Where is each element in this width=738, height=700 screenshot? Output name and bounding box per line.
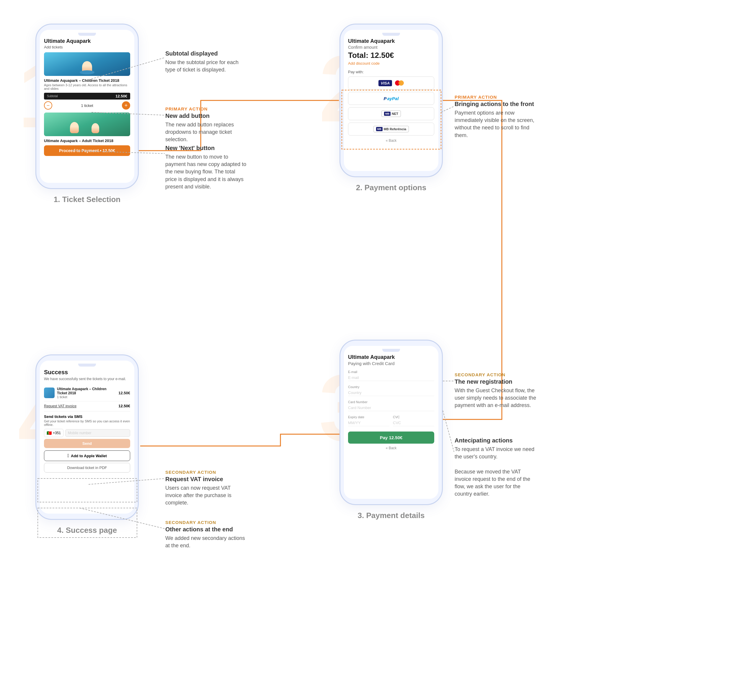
annotation-add-button: PRIMARY ACTION New add button The new ad… — [165, 106, 248, 144]
annotation-next-title: New 'Next' button — [165, 145, 248, 151]
ticket1-name: Ultimate Aquapark – Children Ticket 2018 — [44, 78, 130, 83]
phone-ticket-selection: Ultimate Aquapark Add tickets Ultimate A… — [35, 24, 139, 189]
annotation-anticipating-text: To request a VAT invoice we need the use… — [455, 446, 537, 498]
section-label-4: 4. Success page — [35, 526, 139, 535]
cvc-input[interactable]: CVC — [393, 420, 434, 426]
annotation-other: SECONDARY ACTION Other actions at the en… — [165, 520, 248, 549]
vat-invoice-link[interactable]: Request VAT invoice — [44, 404, 76, 408]
annotation-vat: SECONDARY ACTION Request VAT invoice Use… — [165, 470, 248, 507]
send-sms-btn[interactable]: Send — [44, 439, 130, 448]
qty-text: 1 ticket — [81, 103, 93, 108]
annotation-add-title: New add button — [165, 113, 248, 119]
country-code-text: +351 — [53, 431, 61, 435]
phone2-title: Ultimate Aquapark — [348, 38, 434, 44]
annotation-subtotal-title: Subtotal displayed — [165, 50, 248, 57]
card-label: Card Number — [348, 400, 434, 404]
annotation-anticipating-title: Antecipating actions — [455, 437, 537, 444]
phone-payment-details: Ultimate Aquapark Paying with Credit Car… — [339, 340, 443, 505]
country-code: 🇵🇹 +351 — [44, 429, 63, 437]
mc-logo — [395, 80, 404, 86]
visa-logo: VISA — [379, 80, 392, 86]
annotation-other-text: We added new secondary actions at the en… — [165, 535, 248, 549]
annotation-vat-title: Request VAT invoice — [165, 476, 248, 482]
payment-option-paypal[interactable]: P ayPal — [348, 92, 434, 105]
annotation-other-category: SECONDARY ACTION — [165, 520, 248, 525]
expiry-input[interactable]: MM/YY — [348, 420, 389, 426]
phone2-confirm: Confirm amount — [348, 45, 434, 50]
apple-wallet-btn[interactable]:  Add to Apple Wallet — [44, 450, 130, 461]
expiry-col: Expiry date MM/YY — [348, 415, 389, 430]
ticket-summary-thumb — [44, 388, 54, 398]
increase-qty-btn[interactable]: + — [122, 101, 130, 110]
annotation-registration-title: The new registration — [455, 378, 537, 385]
subtotal-label: Subtotal — [47, 94, 58, 98]
expiry-cvc-row: Expiry date MM/YY CVC CVC — [348, 415, 434, 430]
annotation-anticipating: Antecipating actions To request a VAT in… — [455, 437, 537, 498]
phone-input-row: 🇵🇹 +351 Mobile number — [44, 429, 130, 437]
vat-row: Request VAT invoice 12.50€ — [44, 404, 130, 408]
cvc-col: CVC CVC — [393, 415, 434, 430]
annotation-add-text: The new add button replaces dropdowns to… — [165, 121, 248, 144]
ticket-summary-info: Ultimate Aquapark – Children Ticket 2018… — [57, 387, 116, 399]
ticket2-name: Ultimate Aquapark – Adult Ticket 2018 — [44, 138, 130, 143]
phone-success: Success We have successfully sent the ti… — [35, 354, 139, 520]
vat-price: 12.50€ — [118, 404, 130, 408]
section-label-1: 1. Ticket Selection — [35, 195, 139, 204]
ticket1-desc: Ages between 3-12 years old. Access to a… — [44, 83, 130, 90]
apple-wallet-label: Add to Apple Wallet — [71, 454, 107, 458]
quantity-row: − 1 ticket + — [44, 101, 130, 110]
mb-referencia-text: MB Referência — [384, 127, 406, 131]
svg-line-4 — [441, 106, 454, 112]
sms-desc: Get your ticket reference by SMS so you … — [44, 419, 130, 426]
subtotal-value: 12.50€ — [116, 94, 127, 99]
annotation-registration-category: SECONDARY ACTION — [455, 372, 537, 377]
email-label: E-mail — [348, 370, 434, 374]
payment-option-mbnet[interactable]: MB NET — [348, 107, 434, 120]
ticket-summary-price: 12.50€ — [118, 391, 130, 395]
section-label-2: 2. Payment options — [339, 183, 443, 192]
subtotal-bar: Subtotal 12.50€ — [44, 93, 130, 100]
annotation-bringing: PRIMARY ACTION Bringing actions to the f… — [455, 94, 537, 139]
annotation-bringing-text: Payment options are now immediately visi… — [455, 109, 537, 139]
annotation-next-button: New 'Next' button The new button to move… — [165, 145, 248, 191]
decrease-qty-btn[interactable]: − — [44, 101, 52, 110]
section-label-3: 3. Payment details — [339, 511, 443, 520]
country-label: Country — [348, 385, 434, 389]
ticket-summary-name: Ultimate Aquapark – Children Ticket 2018 — [57, 387, 116, 395]
phone2-total: Total: 12.50€ — [348, 51, 434, 60]
mb-referencia-logo: MB MB Referência — [373, 126, 409, 132]
card-input[interactable]: Card Number — [348, 404, 434, 411]
mb-net-logo: MB NET — [381, 110, 401, 117]
phone3-title: Ultimate Aquapark — [348, 354, 434, 360]
payment-option-card[interactable]: VISA — [348, 76, 434, 90]
country-input[interactable]: Country — [348, 390, 434, 396]
cvc-label: CVC — [393, 415, 434, 419]
annotation-other-title: Other actions at the end — [165, 526, 248, 533]
annotation-vat-text: Users can now request VAT invoice after … — [165, 484, 248, 507]
phone-number-input[interactable]: Mobile number — [65, 429, 130, 437]
annotation-vat-category: SECONDARY ACTION — [165, 470, 248, 475]
annotation-registration-text: With the Guest Checkout flow, the user s… — [455, 387, 537, 409]
apple-icon:  — [67, 453, 69, 459]
annotation-bringing-title: Bringing actions to the front — [455, 101, 537, 107]
annotation-next-text: The new button to move to payment has ne… — [165, 153, 248, 191]
payment-option-mbreferencia[interactable]: MB MB Referência — [348, 122, 434, 135]
phone-payment-options: Ultimate Aquapark Confirm amount Total: … — [339, 24, 443, 177]
pay-btn[interactable]: Pay 12.50€ — [348, 431, 434, 444]
sms-title: Send tickets via SMS — [44, 415, 130, 419]
proceed-btn[interactable]: Proceed to Payment • 12.50€ — [44, 145, 130, 156]
annotation-bringing-category: PRIMARY ACTION — [455, 94, 537, 100]
annotation-subtotal-text: Now the subtotal price for each type of … — [165, 59, 248, 74]
email-input[interactable]: E-mail — [348, 375, 434, 381]
phone1-title: Ultimate Aquapark — [44, 38, 130, 44]
phone3-paying: Paying with Credit Card — [348, 361, 434, 366]
pdf-btn[interactable]: Download ticket in PDF — [44, 463, 130, 472]
ticket2-image — [44, 113, 130, 136]
phone2-discount[interactable]: Add discount code — [348, 61, 434, 66]
phone2-pay-with: Pay with: — [348, 70, 434, 74]
expiry-label: Expiry date — [348, 415, 389, 419]
phone3-back[interactable]: « Back — [348, 446, 434, 450]
phone2-back[interactable]: « Back — [348, 138, 434, 143]
phone1-subtitle: Add tickets — [44, 45, 130, 49]
success-desc: We have successfully sent the tickets to… — [44, 377, 130, 381]
